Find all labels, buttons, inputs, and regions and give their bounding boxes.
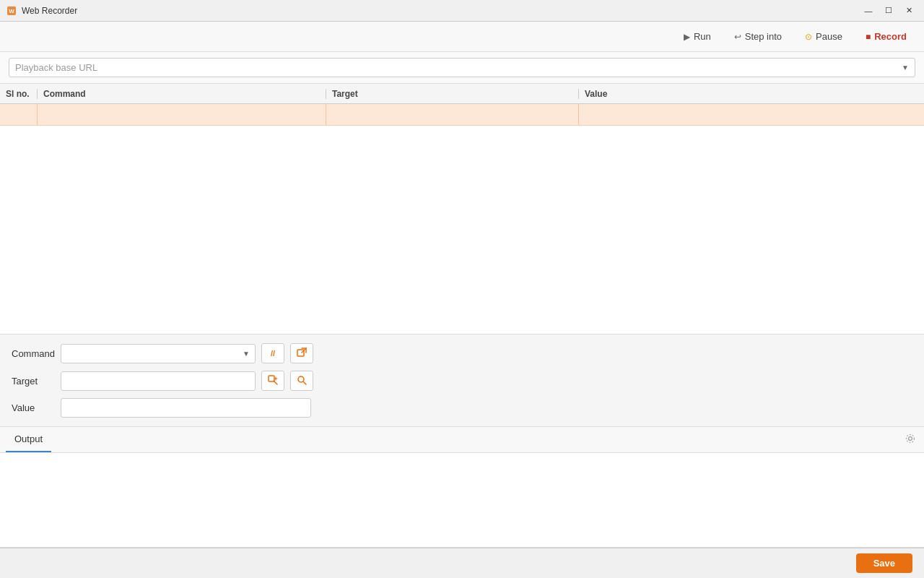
toolbar: ▶ Run ↩ Step into ⊙ Pause ■ Record (0, 22, 924, 52)
svg-text:W: W (9, 8, 14, 14)
col-header-value: Value (579, 89, 924, 99)
value-row: Value (12, 398, 912, 418)
editor-area: Command ▼ // (0, 335, 924, 427)
command-label: Command (12, 348, 55, 359)
run-icon: ▶ (684, 32, 690, 42)
table-row[interactable] (0, 104, 924, 126)
table-area: Sl no. Command Target Value (0, 84, 924, 335)
value-input[interactable] (61, 398, 311, 418)
url-select-wrapper[interactable]: Playback base URL ▼ (9, 58, 915, 77)
window-controls: — ☐ ✕ (859, 4, 918, 18)
svg-point-5 (909, 437, 912, 441)
output-area: Output (0, 427, 924, 548)
save-button[interactable]: Save (856, 553, 912, 573)
pause-button[interactable]: ⊙ Pause (799, 28, 848, 45)
col-header-command: Command (38, 89, 326, 99)
comment-button[interactable]: // (261, 343, 284, 363)
output-settings-icon[interactable] (905, 434, 915, 446)
col-header-slno: Sl no. (0, 89, 38, 99)
record-icon: ■ (866, 32, 871, 42)
playback-url-select[interactable]: Playback base URL (9, 59, 896, 77)
cell-target (326, 104, 579, 125)
col-header-target: Target (326, 89, 579, 99)
target-label: Target (12, 376, 55, 387)
cell-slno (0, 104, 38, 125)
command-select-wrapper[interactable]: ▼ (61, 344, 256, 363)
minimize-button[interactable]: — (859, 4, 878, 18)
pause-label: Pause (816, 31, 842, 42)
step-into-button[interactable]: ↩ Step into (728, 28, 788, 45)
open-button[interactable] (290, 343, 313, 363)
cell-command (38, 104, 326, 125)
title-bar: W Web Recorder — ☐ ✕ (0, 0, 924, 22)
select-element-button[interactable] (261, 371, 284, 391)
output-content (0, 453, 924, 547)
target-input[interactable] (61, 371, 256, 391)
url-dropdown-arrow-icon: ▼ (896, 64, 915, 72)
footer: Save (0, 548, 924, 578)
maximize-button[interactable]: ☐ (879, 4, 898, 18)
output-tabs: Output (0, 427, 924, 453)
step-into-label: Step into (745, 31, 782, 42)
output-tab[interactable]: Output (6, 427, 51, 452)
target-row: Target (12, 371, 912, 391)
record-button[interactable]: ■ Record (860, 28, 912, 45)
run-button[interactable]: ▶ Run (678, 28, 717, 45)
command-select[interactable] (61, 344, 256, 363)
open-icon (297, 348, 307, 360)
url-bar-area: Playback base URL ▼ (0, 52, 924, 84)
record-label: Record (874, 31, 907, 42)
cell-value (579, 104, 924, 125)
output-tab-label: Output (14, 434, 43, 444)
select-element-icon (268, 375, 278, 387)
table-header: Sl no. Command Target Value (0, 84, 924, 104)
search-target-button[interactable] (290, 371, 313, 391)
close-button[interactable]: ✕ (899, 4, 918, 18)
search-icon (297, 375, 307, 387)
command-row: Command ▼ // (12, 343, 912, 363)
table-body[interactable] (0, 104, 924, 334)
svg-point-4 (298, 376, 304, 382)
main-area: Sl no. Command Target Value Command ▼ (0, 84, 924, 548)
window-title: Web Recorder (22, 6, 859, 16)
value-label: Value (12, 402, 55, 413)
app-icon: W (6, 5, 17, 17)
svg-point-6 (907, 435, 915, 443)
run-label: Run (694, 31, 711, 42)
step-into-icon: ↩ (734, 32, 741, 42)
pause-icon: ⊙ (805, 32, 812, 42)
comment-icon: // (271, 349, 275, 358)
